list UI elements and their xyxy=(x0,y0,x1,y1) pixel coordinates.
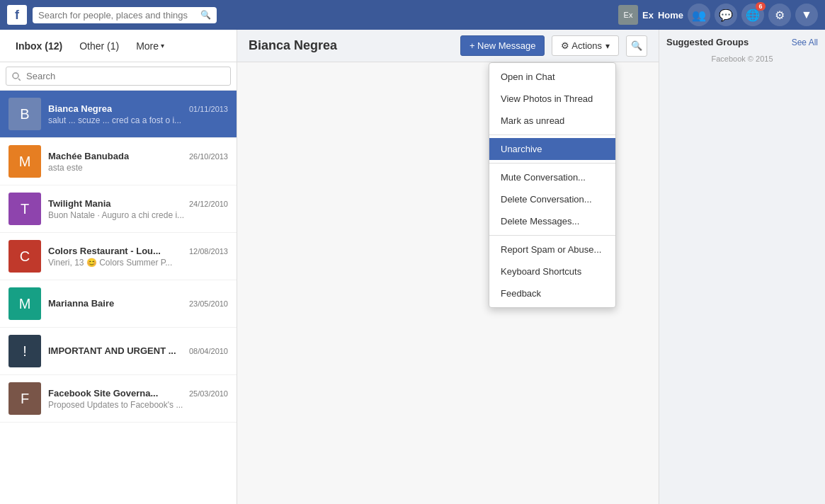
dropdown-item-delete-msg[interactable]: Delete Messages... xyxy=(489,210,615,232)
nav-right: Ex Ex Home 👥 💬 🌐6 ⚙ ▼ xyxy=(618,4,818,26)
inbox-tabs: Inbox (12) Other (1) More ▾ xyxy=(0,30,237,62)
facebook-logo[interactable]: f xyxy=(7,5,27,25)
conversation-name: Twilight Mania xyxy=(48,198,111,209)
friends-icon[interactable]: 👥 xyxy=(688,4,710,26)
chat-contact-name: Bianca Negrea xyxy=(249,38,453,53)
other-tab[interactable]: Other (1) xyxy=(72,36,126,56)
conversation-preview: asta este xyxy=(48,163,228,173)
chat-search-button[interactable]: 🔍 xyxy=(626,35,647,57)
conversation-search-input[interactable] xyxy=(6,67,231,86)
search-bar: 🔍 xyxy=(33,7,217,23)
conversation-avatar: M xyxy=(8,287,41,320)
conversation-name: IMPORTANT AND URGENT ... xyxy=(48,345,176,356)
dropdown-separator xyxy=(489,163,615,164)
dropdown-separator xyxy=(489,134,615,135)
conversation-name: Facebook Site Governa... xyxy=(48,388,158,399)
conversation-item[interactable]: M Machée Banubada 26/10/2013 asta este xyxy=(0,138,237,185)
suggested-groups-title: Suggested Groups xyxy=(666,37,749,47)
user-name[interactable]: Ex xyxy=(642,10,654,21)
settings-icon[interactable]: ⚙ xyxy=(768,4,791,26)
main-chat-area: Bianca Negrea + New Message ⚙ Actions ▾ … xyxy=(237,30,659,504)
conversation-avatar: ! xyxy=(8,335,41,367)
chevron-down-icon: ▾ xyxy=(161,42,164,50)
conversation-preview: Vineri, 13 😊 Colors Summer P... xyxy=(48,258,228,268)
footer-copyright: Facebook © 2015 xyxy=(666,55,818,63)
conversation-item[interactable]: ! IMPORTANT AND URGENT ... 08/04/2010 xyxy=(0,328,237,375)
notifications-icon[interactable]: 🌐6 xyxy=(741,4,764,26)
new-message-button[interactable]: + New Message xyxy=(460,35,545,56)
conversation-avatar: M xyxy=(8,145,41,178)
conversation-avatar: F xyxy=(8,382,41,415)
dropdown-separator xyxy=(489,235,615,236)
notification-badge: 6 xyxy=(756,2,766,11)
dropdown-item-mute[interactable]: Mute Conversation... xyxy=(489,166,615,188)
conversation-time: 01/11/2013 xyxy=(189,105,228,113)
right-sidebar: Suggested Groups See All Facebook © 2015 xyxy=(659,30,825,504)
conversation-preview: salut ... scuze ... cred ca a fost o i..… xyxy=(48,115,228,125)
top-navigation: f 🔍 Ex Ex Home 👥 💬 🌐6 ⚙ ▼ xyxy=(0,0,825,30)
conversation-item[interactable]: C Colors Restaurant - Lou... 12/08/2013 … xyxy=(0,233,237,280)
conversation-time: 26/10/2013 xyxy=(189,152,228,161)
conversation-time: 08/04/2010 xyxy=(189,347,228,355)
conversation-name: Bianca Negrea xyxy=(48,103,112,114)
conversation-avatar: C xyxy=(8,240,41,273)
actions-label: ⚙ Actions xyxy=(561,40,602,51)
more-button[interactable]: More ▾ xyxy=(129,36,171,56)
new-message-label: + New Message xyxy=(470,40,536,51)
user-avatar[interactable]: Ex xyxy=(618,5,638,25)
chat-header: Bianca Negrea + New Message ⚙ Actions ▾ … xyxy=(237,30,659,62)
dropdown-item-report[interactable]: Report Spam or Abuse... xyxy=(489,239,615,260)
dropdown-icon[interactable]: ▼ xyxy=(795,4,818,26)
conversation-name: Marianna Baire xyxy=(48,298,114,309)
search-icon: 🔍 xyxy=(200,10,211,20)
conversation-search-row xyxy=(0,62,237,91)
dropdown-item-mark-unread[interactable]: Mark as unread xyxy=(489,110,615,132)
actions-dropdown: Open in ChatView Photos in ThreadMark as… xyxy=(489,62,616,308)
conversation-time: 23/05/2010 xyxy=(189,299,228,308)
see-all-link[interactable]: See All xyxy=(792,38,818,47)
conversation-item[interactable]: F Facebook Site Governa... 25/03/2010 Pr… xyxy=(0,375,237,423)
dropdown-item-view-photos[interactable]: View Photos in Thread xyxy=(489,88,615,110)
conversation-time: 25/03/2010 xyxy=(189,389,228,398)
conversation-preview: Buon Natale · Auguro a chi crede i... xyxy=(48,210,228,220)
conversation-time: 12/08/2013 xyxy=(189,247,228,256)
actions-button[interactable]: ⚙ Actions ▾ xyxy=(552,35,619,56)
conversation-name: Machée Banubada xyxy=(48,151,129,161)
conversation-item[interactable]: M Marianna Baire 23/05/2010 xyxy=(0,280,237,328)
suggested-groups-header: Suggested Groups See All xyxy=(666,37,818,47)
dropdown-item-shortcuts[interactable]: Keyboard Shortcuts xyxy=(489,260,615,282)
search-input[interactable] xyxy=(38,10,196,21)
conversation-avatar: B xyxy=(8,98,41,130)
dropdown-item-unarchive[interactable]: Unarchive xyxy=(489,138,615,160)
conversation-preview: Proposed Updates to Facebook's ... xyxy=(48,400,228,410)
left-sidebar: Inbox (12) Other (1) More ▾ B Bianca Neg… xyxy=(0,30,237,504)
conversation-time: 24/12/2010 xyxy=(189,200,228,208)
conversation-avatar: T xyxy=(8,193,41,225)
dropdown-item-delete-conv[interactable]: Delete Conversation... xyxy=(489,188,615,210)
inbox-tab[interactable]: Inbox (12) xyxy=(8,36,69,56)
dropdown-item-open-chat[interactable]: Open in Chat xyxy=(489,66,615,88)
messages-icon[interactable]: 💬 xyxy=(715,4,737,26)
home-link[interactable]: Home xyxy=(658,10,683,21)
chevron-down-icon: ▾ xyxy=(605,41,610,51)
dropdown-item-feedback[interactable]: Feedback xyxy=(489,282,615,304)
conversation-item[interactable]: T Twilight Mania 24/12/2010 Buon Natale … xyxy=(0,185,237,233)
conversation-name: Colors Restaurant - Lou... xyxy=(48,246,161,256)
conversations-list: B Bianca Negrea 01/11/2013 salut ... scu… xyxy=(0,91,237,504)
conversation-item[interactable]: B Bianca Negrea 01/11/2013 salut ... scu… xyxy=(0,91,237,138)
